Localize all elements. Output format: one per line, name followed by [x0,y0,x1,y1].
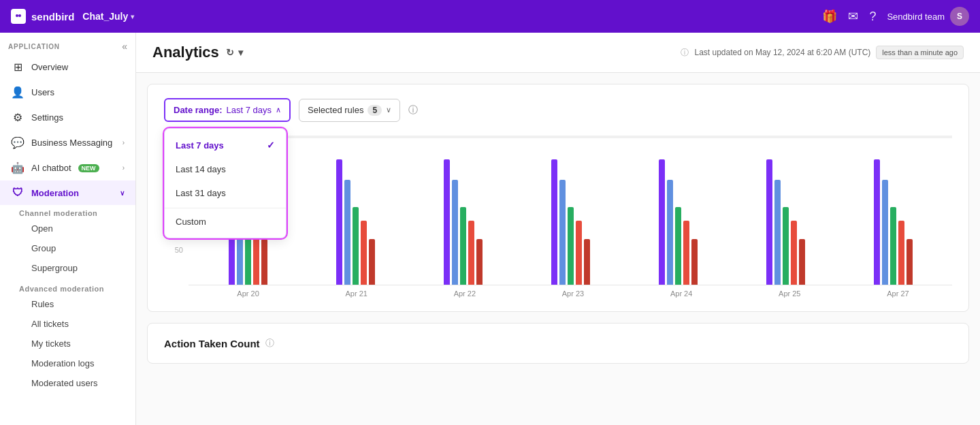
sidebar-item-label: AI chatbot [31,163,71,173]
bar-red [468,221,474,285]
check-icon: ✓ [267,140,275,151]
help-icon[interactable]: ? [869,10,876,24]
x-axis: Apr 20 Apr 21 Apr 22 Apr 23 Apr 24 Apr 2… [164,289,952,298]
rules-count-badge: 5 [368,105,382,116]
date-range-chevron-icon: ∧ [276,106,281,114]
sidebar-subitem-rules[interactable]: Rules [0,294,135,314]
refresh-icon[interactable]: ↻ [226,47,234,58]
channel-moderation-label: Channel moderation [0,205,135,219]
bar-red [898,221,904,285]
bar-blue [774,180,781,285]
bar-green [568,207,574,285]
action-taken-section: Action Taken Count ⓘ [147,323,969,364]
bar-blue [882,180,888,285]
main-header: Analytics ↻ ▾ ⓘ Last updated on May 12, … [136,33,980,73]
new-badge: NEW [78,164,99,172]
rules-info-icon[interactable]: ⓘ [408,104,418,116]
sidebar-item-settings[interactable]: ⚙ Settings [0,105,135,130]
selected-rules-button[interactable]: Selected rules 5 ∨ [299,99,400,122]
date-range-label: Date range: [174,105,223,115]
bar-orange [369,239,375,285]
moderation-icon: 🛡 [11,187,24,199]
action-taken-title-text: Action Taken Count [164,338,260,349]
sidebar-item-label: Overview [31,62,68,72]
dropdown-item-31days[interactable]: Last 31 days [165,181,286,205]
date-range-container: Date range: Last 7 days ∧ Last 7 days ✓ … [164,98,291,122]
chart-section: Date range: Last 7 days ∧ Last 7 days ✓ … [147,84,969,312]
logo-text: sendbird [31,11,74,22]
sidebar-subitem-supergroup[interactable]: Supergroup [0,258,135,278]
advanced-moderation-label: Advanced moderation [0,278,135,294]
bar-red [791,221,797,285]
x-label-apr20: Apr 20 [194,289,302,298]
dropdown-item-14days[interactable]: Last 14 days [165,157,286,181]
app-selector[interactable]: Chat_July ▾ [82,11,134,22]
expand-icon: › [122,139,125,146]
gift-icon[interactable]: 🎁 [822,9,837,24]
main-content: Analytics ↻ ▾ ⓘ Last updated on May 12, … [136,33,980,425]
sidebar-subitem-my-tickets[interactable]: My tickets [0,334,135,353]
page-title: Analytics [152,44,219,61]
bar-blue [452,180,458,285]
dropdown-item-label: Last 31 days [176,188,226,198]
svg-rect-0 [14,12,22,20]
svg-point-1 [16,14,18,17]
topbar-right: 🎁 ✉ ? Sendbird team S [822,7,969,26]
sidebar-item-label: Business Messaging [31,138,112,148]
svg-point-2 [18,14,21,17]
logo-icon [11,9,26,24]
bar-orange [799,239,805,285]
x-label-apr27: Apr 27 [844,289,952,298]
sidebar: APPLICATION « ⊞ Overview 👤 Users ⚙ Setti… [0,33,136,425]
bar-group-apr23 [517,159,624,285]
logo[interactable]: sendbird [11,9,74,24]
bar-red [683,221,689,285]
bar-purple [874,159,880,285]
x-label-apr22: Apr 22 [410,289,519,298]
dropdown-item-custom[interactable]: Custom [165,208,286,234]
avatar: S [950,7,969,26]
layout: APPLICATION « ⊞ Overview 👤 Users ⚙ Setti… [0,33,980,425]
user-label: Sendbird team [887,12,945,22]
page-title-area: Analytics ↻ ▾ [152,44,243,61]
bar-purple [766,159,772,285]
bar-blue [667,180,673,285]
sidebar-item-moderation[interactable]: 🛡 Moderation ∨ [0,180,135,205]
app-name: Chat_July [82,11,128,22]
bar-group-apr24 [624,159,732,285]
ai-chatbot-icon: 🤖 [11,161,24,174]
dropdown-item-label: Custom [176,217,206,227]
bar-green [783,207,789,285]
title-actions: ↻ ▾ [226,47,243,58]
bar-red [576,221,582,285]
bars-area [189,136,952,285]
sidebar-subitem-moderation-logs[interactable]: Moderation logs [0,353,135,373]
action-taken-info-icon[interactable]: ⓘ [265,337,274,349]
sidebar-subitem-open[interactable]: Open [0,219,135,238]
x-label-apr21: Apr 21 [302,289,410,298]
bar-orange [261,239,267,285]
user-menu[interactable]: Sendbird team S [887,7,969,26]
sidebar-collapse-icon[interactable]: « [122,41,127,52]
selected-rules-label: Selected rules [308,105,363,115]
bar-orange [906,239,913,285]
date-range-button[interactable]: Date range: Last 7 days ∧ [164,98,291,122]
sidebar-item-users[interactable]: 👤 Users [0,80,135,105]
date-range-value: Last 7 days [227,105,272,115]
sidebar-item-overview[interactable]: ⊞ Overview [0,54,135,80]
business-messaging-icon: 💬 [11,136,24,149]
sidebar-item-label: Settings [31,112,63,123]
sidebar-item-ai-chatbot[interactable]: 🤖 AI chatbot NEW › [0,155,135,180]
users-icon: 👤 [11,86,24,99]
sidebar-subitem-all-tickets[interactable]: All tickets [0,314,135,334]
sidebar-subitem-moderated-users[interactable]: Moderated users [0,373,135,393]
sidebar-item-business-messaging[interactable]: 💬 Business Messaging › [0,130,135,155]
dropdown-chevron-icon[interactable]: ▾ [238,47,243,58]
bar-blue [559,180,566,285]
bar-purple [444,159,450,285]
dropdown-item-7days[interactable]: Last 7 days ✓ [165,133,286,157]
expand-icon: › [122,164,125,172]
sidebar-item-label: Users [31,87,54,97]
sidebar-subitem-group[interactable]: Group [0,238,135,258]
mail-icon[interactable]: ✉ [848,9,858,24]
